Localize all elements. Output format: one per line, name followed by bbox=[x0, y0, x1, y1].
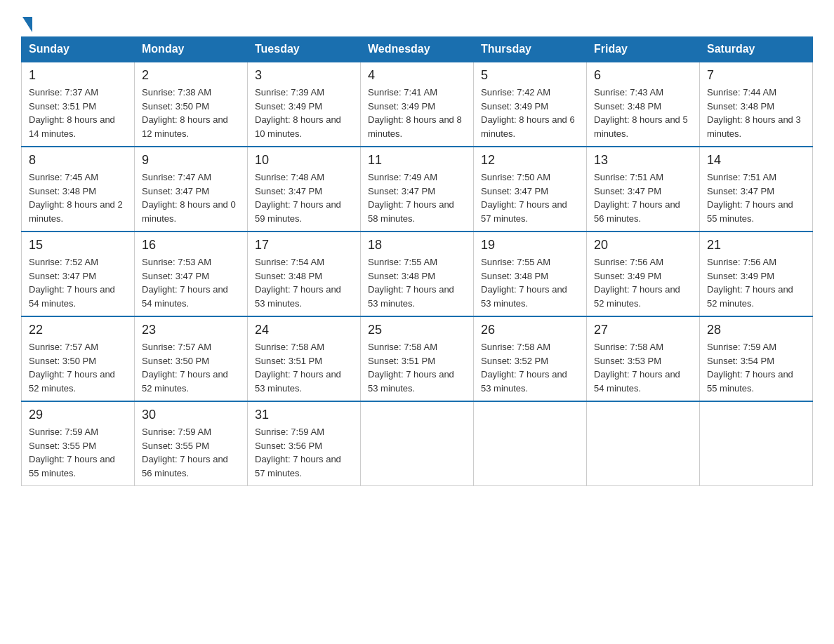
day-info: Sunrise: 7:51 AMSunset: 3:47 PMDaylight:… bbox=[707, 172, 793, 224]
day-number: 24 bbox=[255, 323, 353, 337]
day-info: Sunrise: 7:57 AMSunset: 3:50 PMDaylight:… bbox=[29, 342, 115, 394]
day-number: 12 bbox=[481, 153, 579, 168]
calendar-header-thursday: Thursday bbox=[474, 37, 587, 62]
day-number: 18 bbox=[368, 238, 466, 253]
day-number: 26 bbox=[481, 323, 579, 337]
logo-arrow-icon bbox=[22, 17, 32, 32]
day-number: 22 bbox=[29, 323, 127, 337]
day-info: Sunrise: 7:41 AMSunset: 3:49 PMDaylight:… bbox=[368, 87, 462, 139]
calendar-cell: 14 Sunrise: 7:51 AMSunset: 3:47 PMDaylig… bbox=[700, 147, 813, 232]
calendar-week-row: 29 Sunrise: 7:59 AMSunset: 3:55 PMDaylig… bbox=[22, 401, 813, 486]
day-number: 3 bbox=[255, 68, 353, 83]
calendar-cell: 9 Sunrise: 7:47 AMSunset: 3:47 PMDayligh… bbox=[135, 147, 248, 232]
day-number: 29 bbox=[29, 408, 127, 422]
day-number: 14 bbox=[707, 153, 805, 168]
day-info: Sunrise: 7:58 AMSunset: 3:52 PMDaylight:… bbox=[481, 342, 567, 394]
day-info: Sunrise: 7:47 AMSunset: 3:47 PMDaylight:… bbox=[142, 172, 236, 224]
calendar-cell: 30 Sunrise: 7:59 AMSunset: 3:55 PMDaylig… bbox=[135, 401, 248, 486]
calendar-cell: 1 Sunrise: 7:37 AMSunset: 3:51 PMDayligh… bbox=[22, 62, 135, 147]
calendar-week-row: 22 Sunrise: 7:57 AMSunset: 3:50 PMDaylig… bbox=[22, 316, 813, 401]
calendar-cell: 31 Sunrise: 7:59 AMSunset: 3:56 PMDaylig… bbox=[248, 401, 361, 486]
calendar-cell: 22 Sunrise: 7:57 AMSunset: 3:50 PMDaylig… bbox=[22, 316, 135, 401]
day-number: 28 bbox=[707, 323, 805, 337]
day-number: 8 bbox=[29, 153, 127, 168]
day-number: 6 bbox=[594, 68, 692, 83]
calendar-cell: 2 Sunrise: 7:38 AMSunset: 3:50 PMDayligh… bbox=[135, 62, 248, 147]
calendar-cell bbox=[361, 401, 474, 486]
calendar-cell: 3 Sunrise: 7:39 AMSunset: 3:49 PMDayligh… bbox=[248, 62, 361, 147]
day-info: Sunrise: 7:56 AMSunset: 3:49 PMDaylight:… bbox=[594, 257, 680, 309]
calendar-cell bbox=[700, 401, 813, 486]
day-info: Sunrise: 7:39 AMSunset: 3:49 PMDaylight:… bbox=[255, 87, 341, 139]
day-number: 2 bbox=[142, 68, 240, 83]
day-info: Sunrise: 7:43 AMSunset: 3:48 PMDaylight:… bbox=[594, 87, 688, 139]
calendar-cell: 11 Sunrise: 7:49 AMSunset: 3:47 PMDaylig… bbox=[361, 147, 474, 232]
day-info: Sunrise: 7:49 AMSunset: 3:47 PMDaylight:… bbox=[368, 172, 454, 224]
day-number: 10 bbox=[255, 153, 353, 168]
page-header bbox=[21, 14, 813, 29]
day-number: 9 bbox=[142, 153, 240, 168]
day-info: Sunrise: 7:37 AMSunset: 3:51 PMDaylight:… bbox=[29, 87, 115, 139]
calendar-cell: 28 Sunrise: 7:59 AMSunset: 3:54 PMDaylig… bbox=[700, 316, 813, 401]
day-number: 5 bbox=[481, 68, 579, 83]
day-info: Sunrise: 7:59 AMSunset: 3:55 PMDaylight:… bbox=[142, 427, 228, 478]
calendar-cell: 4 Sunrise: 7:41 AMSunset: 3:49 PMDayligh… bbox=[361, 62, 474, 147]
day-info: Sunrise: 7:54 AMSunset: 3:48 PMDaylight:… bbox=[255, 257, 341, 309]
calendar-cell: 5 Sunrise: 7:42 AMSunset: 3:49 PMDayligh… bbox=[474, 62, 587, 147]
calendar-cell: 27 Sunrise: 7:58 AMSunset: 3:53 PMDaylig… bbox=[587, 316, 700, 401]
calendar-cell: 20 Sunrise: 7:56 AMSunset: 3:49 PMDaylig… bbox=[587, 232, 700, 316]
day-info: Sunrise: 7:58 AMSunset: 3:51 PMDaylight:… bbox=[368, 342, 454, 394]
day-number: 30 bbox=[142, 408, 240, 422]
calendar-cell bbox=[587, 401, 700, 486]
day-info: Sunrise: 7:51 AMSunset: 3:47 PMDaylight:… bbox=[594, 172, 680, 224]
day-info: Sunrise: 7:55 AMSunset: 3:48 PMDaylight:… bbox=[368, 257, 454, 309]
day-number: 23 bbox=[142, 323, 240, 337]
calendar-cell: 24 Sunrise: 7:58 AMSunset: 3:51 PMDaylig… bbox=[248, 316, 361, 401]
day-number: 16 bbox=[142, 238, 240, 253]
day-number: 13 bbox=[594, 153, 692, 168]
day-number: 7 bbox=[707, 68, 805, 83]
calendar-cell: 6 Sunrise: 7:43 AMSunset: 3:48 PMDayligh… bbox=[587, 62, 700, 147]
calendar-cell: 7 Sunrise: 7:44 AMSunset: 3:48 PMDayligh… bbox=[700, 62, 813, 147]
calendar-cell: 12 Sunrise: 7:50 AMSunset: 3:47 PMDaylig… bbox=[474, 147, 587, 232]
day-number: 4 bbox=[368, 68, 466, 83]
calendar-cell: 10 Sunrise: 7:48 AMSunset: 3:47 PMDaylig… bbox=[248, 147, 361, 232]
day-info: Sunrise: 7:45 AMSunset: 3:48 PMDaylight:… bbox=[29, 172, 123, 224]
calendar-cell: 18 Sunrise: 7:55 AMSunset: 3:48 PMDaylig… bbox=[361, 232, 474, 316]
logo bbox=[21, 14, 32, 29]
day-number: 31 bbox=[255, 408, 353, 422]
day-number: 15 bbox=[29, 238, 127, 253]
day-info: Sunrise: 7:38 AMSunset: 3:50 PMDaylight:… bbox=[142, 87, 228, 139]
day-number: 21 bbox=[707, 238, 805, 253]
day-info: Sunrise: 7:57 AMSunset: 3:50 PMDaylight:… bbox=[142, 342, 228, 394]
calendar-cell: 19 Sunrise: 7:55 AMSunset: 3:48 PMDaylig… bbox=[474, 232, 587, 316]
calendar-header-friday: Friday bbox=[587, 37, 700, 62]
day-number: 1 bbox=[29, 68, 127, 83]
day-info: Sunrise: 7:59 AMSunset: 3:56 PMDaylight:… bbox=[255, 427, 341, 478]
calendar-header-tuesday: Tuesday bbox=[248, 37, 361, 62]
calendar-cell bbox=[474, 401, 587, 486]
day-info: Sunrise: 7:53 AMSunset: 3:47 PMDaylight:… bbox=[142, 257, 228, 309]
day-number: 20 bbox=[594, 238, 692, 253]
day-info: Sunrise: 7:58 AMSunset: 3:53 PMDaylight:… bbox=[594, 342, 680, 394]
calendar-header-wednesday: Wednesday bbox=[361, 37, 474, 62]
calendar-header-row: SundayMondayTuesdayWednesdayThursdayFrid… bbox=[22, 37, 813, 62]
day-info: Sunrise: 7:59 AMSunset: 3:55 PMDaylight:… bbox=[29, 427, 115, 478]
day-number: 27 bbox=[594, 323, 692, 337]
calendar-header-saturday: Saturday bbox=[700, 37, 813, 62]
calendar-table: SundayMondayTuesdayWednesdayThursdayFrid… bbox=[21, 36, 813, 486]
calendar-cell: 21 Sunrise: 7:56 AMSunset: 3:49 PMDaylig… bbox=[700, 232, 813, 316]
day-number: 11 bbox=[368, 153, 466, 168]
day-number: 19 bbox=[481, 238, 579, 253]
calendar-cell: 17 Sunrise: 7:54 AMSunset: 3:48 PMDaylig… bbox=[248, 232, 361, 316]
day-info: Sunrise: 7:58 AMSunset: 3:51 PMDaylight:… bbox=[255, 342, 341, 394]
day-info: Sunrise: 7:50 AMSunset: 3:47 PMDaylight:… bbox=[481, 172, 567, 224]
calendar-cell: 8 Sunrise: 7:45 AMSunset: 3:48 PMDayligh… bbox=[22, 147, 135, 232]
calendar-cell: 25 Sunrise: 7:58 AMSunset: 3:51 PMDaylig… bbox=[361, 316, 474, 401]
day-info: Sunrise: 7:59 AMSunset: 3:54 PMDaylight:… bbox=[707, 342, 793, 394]
calendar-header-monday: Monday bbox=[135, 37, 248, 62]
calendar-week-row: 15 Sunrise: 7:52 AMSunset: 3:47 PMDaylig… bbox=[22, 232, 813, 316]
calendar-cell: 23 Sunrise: 7:57 AMSunset: 3:50 PMDaylig… bbox=[135, 316, 248, 401]
calendar-week-row: 8 Sunrise: 7:45 AMSunset: 3:48 PMDayligh… bbox=[22, 147, 813, 232]
day-info: Sunrise: 7:56 AMSunset: 3:49 PMDaylight:… bbox=[707, 257, 793, 309]
